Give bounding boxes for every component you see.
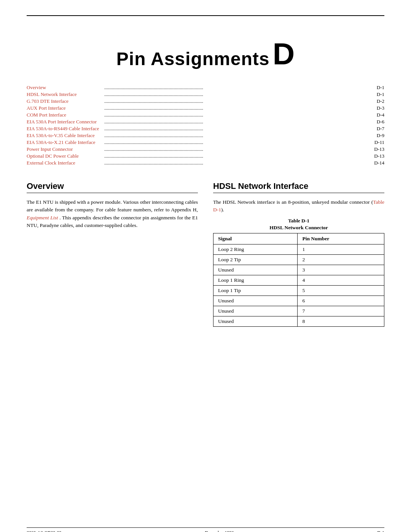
table-title: Table D-1 — [213, 218, 384, 224]
toc-dots: ........................................… — [104, 91, 375, 97]
toc-item: EIA 530A-to-V.35 Cable Interface .......… — [27, 133, 384, 139]
hdsl-description: The HDSL Network interface is an 8-posit… — [213, 198, 384, 214]
toc-page: D-14 — [374, 160, 384, 166]
footer: 3360-A2-GB20-20 December 1996 D-1 — [27, 527, 384, 532]
table-subtitle: HDSL Network Connector — [213, 225, 384, 231]
top-rule — [27, 15, 384, 16]
signal-cell: Unused — [213, 296, 298, 306]
toc-item: External Clock Interface ...............… — [27, 160, 384, 166]
toc-dots: ........................................… — [104, 160, 373, 166]
hdsl-desc-1: The HDSL Network interface is an 8-posit… — [213, 199, 373, 205]
overview-italic: Equipment List — [27, 215, 58, 220]
hdsl-section: HDSL Network Interface The HDSL Network … — [213, 181, 384, 327]
toc-item: COM Port Interface .....................… — [27, 112, 384, 118]
toc-page: D-3 — [377, 105, 384, 111]
pin-cell: 7 — [298, 306, 384, 316]
toc-link[interactable]: G.703 DTE Interface — [27, 98, 103, 104]
chapter-heading: Pin Assignments D — [0, 39, 411, 69]
pin-cell: 2 — [298, 254, 384, 265]
table-body: Loop 2 Ring1Loop 2 Tip2Unused3Loop 1 Rin… — [213, 244, 384, 326]
pin-cell: 8 — [298, 316, 384, 326]
hdsl-table-container: Table D-1 HDSL Network Connector Signal … — [213, 218, 384, 327]
toc-dots: ........................................… — [104, 153, 373, 159]
chapter-title: Pin Assignments — [116, 48, 270, 69]
pin-cell: 1 — [298, 244, 384, 254]
toc-item: EIA 530A-to-RS449 Cable Interface ......… — [27, 126, 384, 132]
overview-heading: Overview — [27, 181, 198, 193]
table-row: Unused6 — [213, 296, 384, 306]
overview-section: Overview The E1 NTU is shipped with a po… — [27, 181, 198, 327]
toc-page: D-9 — [377, 133, 384, 139]
toc-link[interactable]: COM Port Interface — [27, 112, 103, 118]
toc-dots: ........................................… — [104, 105, 375, 111]
table-row: Loop 2 Ring1 — [213, 244, 384, 254]
table-row: Unused8 — [213, 316, 384, 326]
toc-page: D-6 — [377, 119, 384, 125]
overview-text-1: The E1 NTU is shipped with a power modul… — [27, 199, 198, 212]
toc-item: AUX Port Interface .....................… — [27, 105, 384, 111]
footer-center: December 1996 — [205, 530, 234, 532]
toc-link[interactable]: Overview — [27, 85, 103, 91]
table-header: Signal Pin Number — [213, 233, 384, 244]
toc-page: D-11 — [374, 139, 384, 145]
table-row: Loop 2 Tip2 — [213, 254, 384, 265]
toc-dots: ........................................… — [104, 133, 375, 139]
hdsl-table: Signal Pin Number Loop 2 Ring1Loop 2 Tip… — [213, 233, 384, 327]
toc-dots: ........................................… — [104, 139, 373, 145]
toc-link[interactable]: Optional DC Power Cable — [27, 153, 103, 159]
toc-dots: ........................................… — [104, 146, 373, 152]
toc-dots: ........................................… — [104, 112, 375, 118]
table-row: Loop 1 Ring4 — [213, 275, 384, 285]
signal-cell: Loop 1 Ring — [213, 275, 298, 285]
hdsl-heading: HDSL Network Interface — [213, 181, 384, 193]
pin-cell: 5 — [298, 285, 384, 296]
signal-cell: Unused — [213, 265, 298, 275]
toc-item: EIA 530A-to-X.21 Cable Interface .......… — [27, 139, 384, 145]
col-signal: Signal — [213, 233, 298, 244]
toc-item: Overview ...............................… — [27, 85, 384, 91]
table-of-contents: Overview ...............................… — [0, 85, 411, 166]
signal-cell: Unused — [213, 316, 298, 326]
toc-page: D-13 — [374, 146, 384, 152]
signal-cell: Loop 2 Tip — [213, 254, 298, 265]
toc-page: D-1 — [377, 91, 384, 97]
signal-cell: Loop 2 Ring — [213, 244, 298, 254]
toc-item: EIA 530A Port Interface Connector ......… — [27, 119, 384, 125]
pin-cell: 3 — [298, 265, 384, 275]
toc-link[interactable]: HDSL Network Interface — [27, 91, 103, 97]
toc-page: D-7 — [377, 126, 384, 132]
toc-page: D-2 — [377, 98, 384, 104]
toc-link[interactable]: AUX Port Interface — [27, 105, 103, 111]
toc-link[interactable]: EIA 530A-to-X.21 Cable Interface — [27, 139, 103, 145]
toc-link[interactable]: EIA 530A-to-RS449 Cable Interface — [27, 126, 103, 132]
table-row: Loop 1 Tip5 — [213, 285, 384, 296]
overview-text: The E1 NTU is shipped with a power modul… — [27, 198, 198, 229]
toc-item: Power Input Connector ..................… — [27, 146, 384, 152]
table-row: Unused3 — [213, 265, 384, 275]
toc-link[interactable]: EIA 530A-to-V.35 Cable Interface — [27, 133, 103, 139]
toc-page: D-4 — [377, 112, 384, 118]
toc-link[interactable]: EIA 530A Port Interface Connector — [27, 119, 103, 125]
toc-page: D-1 — [377, 85, 384, 91]
toc-dots: ........................................… — [104, 98, 375, 104]
toc-item: Optional DC Power Cable ................… — [27, 153, 384, 159]
toc-dots: ........................................… — [104, 85, 375, 91]
toc-item: HDSL Network Interface .................… — [27, 91, 384, 97]
toc-link[interactable]: Power Input Connector — [27, 146, 103, 152]
hdsl-desc-2: ). — [221, 207, 224, 212]
signal-cell: Unused — [213, 306, 298, 316]
pin-cell: 4 — [298, 275, 384, 285]
page: Pin Assignments D Overview .............… — [0, 15, 411, 532]
toc-link[interactable]: External Clock Interface — [27, 160, 103, 166]
toc-page: D-13 — [374, 153, 384, 159]
signal-cell: Loop 1 Tip — [213, 285, 298, 296]
main-content: Overview The E1 NTU is shipped with a po… — [0, 181, 411, 327]
table-row: Unused7 — [213, 306, 384, 316]
col-pin: Pin Number — [298, 233, 384, 244]
toc-dots: ........................................… — [104, 126, 375, 132]
footer-right: D-1 — [377, 530, 384, 532]
chapter-letter: D — [272, 39, 295, 69]
pin-cell: 6 — [298, 296, 384, 306]
toc-item: G.703 DTE Interface ....................… — [27, 98, 384, 104]
toc-dots: ........................................… — [104, 119, 375, 125]
